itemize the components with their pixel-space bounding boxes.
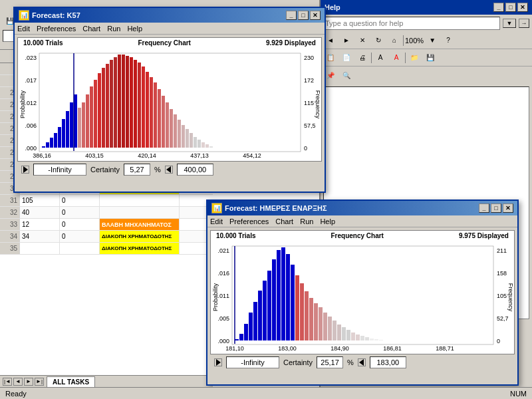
svg-text:Frequency: Frequency <box>315 90 321 119</box>
cell-a35[interactable] <box>20 243 60 254</box>
svg-rect-95 <box>281 247 285 340</box>
chart1-title-area: 10.000 Trials Frequency Chart 9.929 Disp… <box>18 38 321 48</box>
cell-c32[interactable] <box>100 207 180 218</box>
svg-rect-106 <box>332 321 336 340</box>
help-search-go[interactable]: → <box>519 19 529 28</box>
win2-play-right-btn[interactable] <box>358 358 366 366</box>
win2-value-box[interactable]: 183,00 <box>370 356 406 368</box>
win2-infinity-box[interactable]: -Infinity <box>226 356 279 368</box>
win2-play-left-btn[interactable] <box>214 358 222 366</box>
cell-c34[interactable]: ΔΙΑΚΟΠΗ ΧΡΗΜΑΤΟΔΟΤΗΣ <box>100 231 180 242</box>
help-minimize-btn[interactable]: _ <box>493 3 504 12</box>
win1-play-left-btn[interactable] <box>21 166 29 174</box>
cell-c33[interactable]: ΒΛΑΒΗ ΜΗΧΑΝΗΜΑΤΟΣ <box>100 219 180 230</box>
svg-text:420,14: 420,14 <box>138 152 156 159</box>
win1-right-value: 400,00 <box>184 166 206 174</box>
cell-a34[interactable]: 34 <box>20 231 60 242</box>
svg-text:.017: .017 <box>25 77 37 84</box>
tab-last-btn[interactable]: ►| <box>35 378 44 386</box>
svg-rect-93 <box>272 259 276 340</box>
svg-rect-92 <box>267 271 271 340</box>
svg-rect-113 <box>365 337 369 340</box>
svg-rect-52 <box>178 120 181 148</box>
help-search-btn[interactable]: ▼ <box>503 19 516 28</box>
win1-value-box[interactable]: 400,00 <box>177 164 213 176</box>
win2-menu-help[interactable]: Help <box>320 217 335 225</box>
h-btn3[interactable]: 🖨 <box>355 51 370 65</box>
win1-menu-prefs[interactable]: Preferences <box>37 25 76 33</box>
help-search-input[interactable] <box>323 17 500 30</box>
win2-minimize-btn[interactable]: _ <box>479 203 489 213</box>
win1-menu-run[interactable]: Run <box>107 25 120 33</box>
help-close-btn[interactable]: ✕ <box>517 3 528 12</box>
forecast-win1-menubar: Edit Preferences Chart Run Help <box>15 23 325 35</box>
cell-c35[interactable]: ΔΙΑΚΟΠΗ ΧΡΗΜΑΤΟΔΟΤΗΣ <box>100 243 180 254</box>
help-forward-btn[interactable]: ► <box>339 33 354 48</box>
h-btn4[interactable]: A <box>373 51 388 65</box>
win2-menu-chart[interactable]: Chart <box>275 217 293 225</box>
svg-text:183,00: 183,00 <box>278 345 297 352</box>
help-btn-q[interactable]: ? <box>441 33 456 48</box>
cell-b33[interactable]: 0 <box>60 219 100 230</box>
svg-rect-94 <box>277 250 281 340</box>
svg-rect-96 <box>286 254 290 340</box>
cell-a33[interactable]: 12 <box>20 219 60 230</box>
h-btn7[interactable]: 💾 <box>423 51 438 65</box>
cell-b32[interactable]: 0 <box>60 207 100 218</box>
cell-b31[interactable]: 0 <box>60 195 100 206</box>
separator3 <box>405 53 406 63</box>
svg-rect-108 <box>342 327 346 340</box>
help-stop-btn[interactable]: ✕ <box>355 33 370 48</box>
win2-maximize-btn[interactable]: □ <box>491 203 501 213</box>
win1-maximize-btn[interactable]: □ <box>298 11 309 20</box>
help-home-btn[interactable]: ⌂ <box>387 33 402 48</box>
tab-first-btn[interactable]: |◄ <box>3 378 12 386</box>
tab-next-btn[interactable]: ► <box>24 378 33 386</box>
row-number: 34 <box>0 231 20 242</box>
svg-rect-39 <box>126 56 129 148</box>
cell-a32[interactable]: 40 <box>20 207 60 218</box>
win1-close-btn[interactable]: ✕ <box>310 11 321 20</box>
svg-rect-36 <box>114 57 117 148</box>
win2-certainty-label: Certainty <box>283 358 313 366</box>
sheet-tab-all-tasks[interactable]: ALL TASKS <box>47 376 95 387</box>
svg-rect-49 <box>166 102 169 148</box>
svg-rect-56 <box>194 137 197 148</box>
win1-infinity-box[interactable]: -Infinity <box>33 164 86 176</box>
tab-prev-btn[interactable]: ◄ <box>13 378 23 386</box>
zoom-dropdown[interactable]: ▼ <box>425 33 440 48</box>
win2-certainty-box[interactable]: 25,17 <box>317 356 343 368</box>
h-btn6[interactable]: 📁 <box>407 51 422 65</box>
h-btn5[interactable]: A <box>389 51 404 65</box>
cell-b34[interactable]: 0 <box>60 231 100 242</box>
svg-text:105: 105 <box>497 293 507 299</box>
forecast-win1-titlebar: 📊 Forecast: K57 _ □ ✕ <box>15 8 325 23</box>
svg-text:.000: .000 <box>25 145 37 152</box>
forecast-win1-controls: _ □ ✕ <box>286 11 321 20</box>
svg-text:0: 0 <box>497 338 500 344</box>
cell-a31[interactable]: 105 <box>20 195 60 206</box>
help-toolbar3: 📌 🔍 <box>321 66 532 84</box>
forecast-win1-chart-area: 10.000 Trials Frequency Chart 9.929 Disp… <box>17 37 322 162</box>
help-maximize-btn[interactable]: □ <box>505 3 516 12</box>
help-refresh-btn[interactable]: ↻ <box>371 33 386 48</box>
win1-play-right-btn[interactable] <box>165 166 173 174</box>
win2-close-btn[interactable]: ✕ <box>503 203 513 213</box>
cell-c31[interactable] <box>100 195 180 206</box>
win1-certainty-box[interactable]: 5,27 <box>124 164 150 176</box>
svg-text:181,10: 181,10 <box>225 345 244 352</box>
win1-left-label: -Infinity <box>48 166 71 174</box>
cell-b35[interactable] <box>60 243 100 254</box>
svg-text:386,16: 386,16 <box>33 152 51 159</box>
win2-menu-edit[interactable]: Edit <box>210 217 223 225</box>
win1-menu-help[interactable]: Help <box>127 25 142 33</box>
win1-menu-edit[interactable]: Edit <box>17 25 30 33</box>
help-win-controls: _ □ ✕ <box>493 3 528 12</box>
win1-menu-chart[interactable]: Chart <box>82 25 100 33</box>
win2-menu-run[interactable]: Run <box>300 217 313 225</box>
win2-menu-prefs[interactable]: Preferences <box>229 217 269 225</box>
h-btn2[interactable]: 📄 <box>339 51 354 65</box>
h-btn9[interactable]: 🔍 <box>339 68 354 82</box>
win1-minimize-btn[interactable]: _ <box>286 11 297 20</box>
svg-rect-42 <box>138 63 141 148</box>
